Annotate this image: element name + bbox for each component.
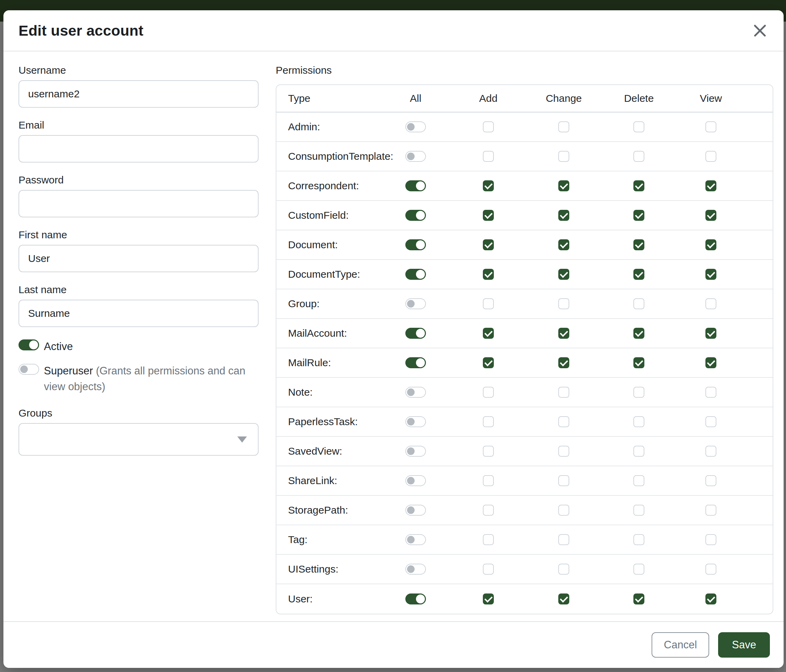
change-checkbox[interactable] [558, 151, 569, 162]
add-checkbox[interactable] [483, 387, 494, 398]
change-checkbox[interactable] [558, 475, 569, 486]
change-checkbox[interactable] [558, 446, 569, 457]
all-toggle[interactable] [406, 210, 426, 221]
add-checkbox[interactable] [483, 269, 494, 280]
delete-checkbox[interactable] [634, 269, 645, 280]
view-checkbox[interactable] [706, 357, 716, 368]
view-checkbox[interactable] [706, 328, 716, 339]
view-checkbox[interactable] [706, 298, 716, 309]
delete-checkbox[interactable] [634, 593, 645, 604]
all-toggle[interactable] [406, 181, 426, 191]
change-checkbox[interactable] [558, 564, 569, 575]
change-checkbox[interactable] [558, 269, 569, 280]
all-toggle[interactable] [406, 298, 426, 309]
add-checkbox[interactable] [483, 328, 494, 339]
delete-checkbox[interactable] [634, 475, 645, 486]
add-checkbox[interactable] [483, 564, 494, 575]
all-toggle[interactable] [406, 387, 426, 398]
delete-checkbox[interactable] [634, 151, 645, 162]
add-checkbox[interactable] [483, 475, 494, 486]
change-checkbox[interactable] [558, 357, 569, 368]
view-checkbox[interactable] [706, 121, 716, 132]
first-name-input[interactable] [19, 245, 259, 272]
delete-checkbox[interactable] [634, 387, 645, 398]
add-checkbox[interactable] [483, 505, 494, 516]
active-toggle[interactable] [19, 339, 39, 350]
add-checkbox[interactable] [483, 416, 494, 427]
permission-type-label: Correspondent: [277, 180, 379, 192]
groups-select[interactable] [19, 423, 259, 456]
permission-row: StoragePath: [277, 496, 773, 525]
all-toggle[interactable] [406, 239, 426, 250]
view-checkbox[interactable] [706, 534, 716, 545]
view-checkbox[interactable] [706, 239, 716, 250]
cancel-button[interactable]: Cancel [652, 632, 709, 658]
all-toggle[interactable] [406, 505, 426, 516]
first-name-field-group: First name [19, 229, 259, 272]
password-input[interactable] [19, 190, 259, 217]
view-checkbox[interactable] [706, 564, 716, 575]
delete-checkbox[interactable] [634, 121, 645, 132]
view-checkbox[interactable] [706, 151, 716, 162]
change-checkbox[interactable] [558, 298, 569, 309]
delete-checkbox[interactable] [634, 416, 645, 427]
all-toggle[interactable] [406, 446, 426, 457]
add-checkbox[interactable] [483, 446, 494, 457]
add-checkbox[interactable] [483, 534, 494, 545]
all-toggle[interactable] [406, 328, 426, 339]
delete-checkbox[interactable] [634, 210, 645, 221]
change-checkbox[interactable] [558, 181, 569, 191]
change-checkbox[interactable] [558, 505, 569, 516]
view-checkbox[interactable] [706, 387, 716, 398]
add-checkbox[interactable] [483, 121, 494, 132]
view-checkbox[interactable] [706, 475, 716, 486]
superuser-toggle[interactable] [19, 364, 39, 375]
view-checkbox[interactable] [706, 593, 716, 604]
all-toggle[interactable] [406, 151, 426, 162]
delete-checkbox[interactable] [634, 239, 645, 250]
change-checkbox[interactable] [558, 416, 569, 427]
change-checkbox[interactable] [558, 534, 569, 545]
view-checkbox[interactable] [706, 446, 716, 457]
all-toggle[interactable] [406, 593, 426, 604]
last-name-input[interactable] [19, 300, 259, 327]
view-checkbox[interactable] [706, 505, 716, 516]
delete-checkbox[interactable] [634, 534, 645, 545]
all-toggle[interactable] [406, 416, 426, 427]
all-toggle[interactable] [406, 534, 426, 545]
change-checkbox[interactable] [558, 593, 569, 604]
delete-checkbox[interactable] [634, 357, 645, 368]
save-button[interactable]: Save [718, 632, 770, 658]
add-checkbox[interactable] [483, 181, 494, 191]
all-toggle[interactable] [406, 564, 426, 575]
delete-checkbox[interactable] [634, 298, 645, 309]
change-checkbox[interactable] [558, 387, 569, 398]
add-checkbox[interactable] [483, 239, 494, 250]
all-toggle[interactable] [406, 357, 426, 368]
add-checkbox[interactable] [483, 151, 494, 162]
all-toggle[interactable] [406, 121, 426, 132]
groups-field-group: Groups [19, 407, 259, 456]
add-checkbox[interactable] [483, 210, 494, 221]
all-toggle[interactable] [406, 269, 426, 280]
add-checkbox[interactable] [483, 593, 494, 604]
delete-checkbox[interactable] [634, 505, 645, 516]
delete-checkbox[interactable] [634, 446, 645, 457]
change-checkbox[interactable] [558, 121, 569, 132]
all-toggle[interactable] [406, 475, 426, 486]
view-checkbox[interactable] [706, 181, 716, 191]
add-checkbox[interactable] [483, 298, 494, 309]
username-input[interactable] [19, 80, 259, 108]
view-checkbox[interactable] [706, 416, 716, 427]
view-checkbox[interactable] [706, 269, 716, 280]
change-checkbox[interactable] [558, 210, 569, 221]
delete-checkbox[interactable] [634, 181, 645, 191]
email-input[interactable] [19, 135, 259, 163]
delete-checkbox[interactable] [634, 328, 645, 339]
close-icon[interactable] [751, 22, 769, 39]
delete-checkbox[interactable] [634, 564, 645, 575]
add-checkbox[interactable] [483, 357, 494, 368]
view-checkbox[interactable] [706, 210, 716, 221]
change-checkbox[interactable] [558, 239, 569, 250]
change-checkbox[interactable] [558, 328, 569, 339]
